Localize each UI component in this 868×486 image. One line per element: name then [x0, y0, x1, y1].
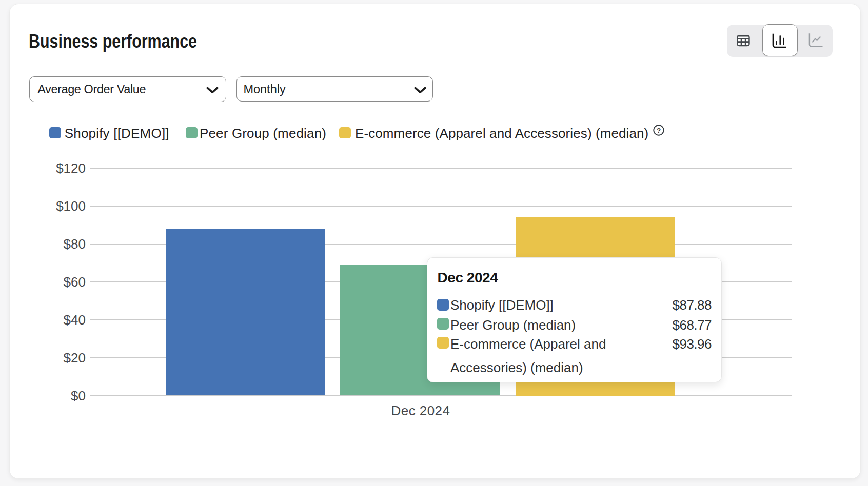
svg-text:?: ? [657, 126, 661, 134]
